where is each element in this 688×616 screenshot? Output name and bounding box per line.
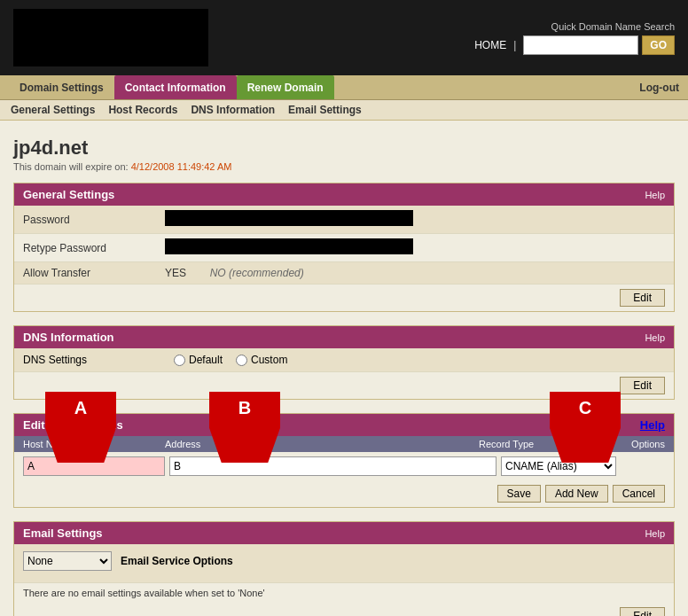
- search-row: HOME | GO: [474, 35, 675, 55]
- email-settings-section: Email Settings Help None Email Service O…: [13, 521, 675, 616]
- edit-host-header: Edit Host Records Help: [14, 414, 674, 436]
- general-settings-edit-button[interactable]: Edit: [620, 289, 665, 307]
- domain-title: jp4d.net: [13, 136, 675, 160]
- dns-section: DNS Information Help DNS Settings Defaul…: [13, 325, 675, 400]
- dns-header: DNS Information Help: [14, 326, 674, 348]
- email-settings-title: Email Settings: [23, 526, 103, 540]
- table-row: Allow Transfer YES NO (recommended): [14, 262, 674, 285]
- password-value: [156, 206, 674, 234]
- quick-search-label: Quick Domain Name Search: [474, 21, 675, 32]
- subnav-host-records[interactable]: Host Records: [108, 104, 177, 116]
- dns-settings-row: DNS Settings Default Custom: [14, 348, 674, 372]
- edit-host-title: Edit Host Records: [23, 418, 123, 432]
- edit-host-help[interactable]: Help: [640, 418, 665, 432]
- sub-nav: General Settings Host Records DNS Inform…: [0, 100, 688, 121]
- cancel-button[interactable]: Cancel: [613, 485, 665, 503]
- dns-radio-group: Default Custom: [174, 354, 287, 366]
- general-settings-title: General Settings: [23, 188, 114, 201]
- header: Quick Domain Name Search HOME | GO: [0, 0, 688, 75]
- retype-password-hidden: [165, 238, 413, 254]
- email-settings-help[interactable]: Help: [645, 528, 665, 539]
- tab-contact-information[interactable]: Contact Information: [114, 75, 237, 99]
- expire-date-link[interactable]: 4/12/2008 11:49:42 AM: [131, 161, 232, 172]
- email-service-row: None Email Service Options: [23, 551, 665, 571]
- dns-default-option[interactable]: Default: [174, 354, 223, 366]
- password-label: Password: [14, 206, 156, 234]
- nav-tabs: Domain Settings Contact Information Rene…: [0, 75, 688, 100]
- allow-transfer-value: YES NO (recommended): [156, 262, 674, 285]
- email-edit-button[interactable]: Edit: [620, 607, 665, 616]
- edit-host-section: Edit Host Records Help Host Name Address…: [13, 413, 675, 508]
- general-settings-header: General Settings Help: [14, 183, 674, 206]
- subnav-dns-information[interactable]: DNS Information: [191, 104, 275, 116]
- host-actions-row: Save Add New Cancel: [14, 480, 674, 507]
- retype-password-label: Retype Password: [14, 234, 156, 262]
- dns-body: DNS Settings Default Custom Edit: [14, 348, 674, 399]
- home-link[interactable]: HOME: [474, 39, 506, 51]
- record-type-column-header: Record Type: [479, 439, 612, 449]
- no-option: NO (recommended): [210, 267, 304, 279]
- dns-title: DNS Information: [23, 331, 114, 344]
- email-service-select[interactable]: None: [23, 551, 112, 571]
- dns-edit-button[interactable]: Edit: [620, 377, 665, 394]
- dns-settings-label: DNS Settings: [23, 354, 165, 366]
- general-settings-edit-row: Edit: [14, 285, 674, 311]
- table-row: Retype Password: [14, 234, 674, 262]
- header-right: Quick Domain Name Search HOME | GO: [474, 21, 675, 55]
- page-content: jp4d.net This domain will expire on: 4/1…: [0, 121, 688, 616]
- dns-custom-option[interactable]: Custom: [236, 354, 287, 366]
- options-column-header: Options: [612, 439, 665, 449]
- password-hidden: [165, 210, 413, 226]
- email-note: There are no email settings available wh…: [14, 582, 674, 603]
- expire-text: This domain will expire on: 4/12/2008 11…: [13, 161, 675, 172]
- tab-renew-domain[interactable]: Renew Domain: [237, 75, 334, 99]
- logout-link[interactable]: Log-out: [639, 82, 679, 94]
- host-name-column-header: Host Name: [23, 439, 165, 449]
- host-column-headers: Host Name Address Record Type Options: [14, 436, 674, 452]
- pipe-separator: |: [513, 39, 516, 51]
- subnav-general-settings[interactable]: General Settings: [11, 104, 95, 116]
- email-service-label: Email Service Options: [121, 555, 233, 567]
- general-settings-table: Password Retype Password Allow Transfer: [14, 206, 674, 285]
- allow-transfer-label: Allow Transfer: [14, 262, 156, 285]
- host-record-row: A B C: [14, 452, 674, 480]
- subnav-email-settings[interactable]: Email Settings: [288, 104, 362, 116]
- general-settings-help[interactable]: Help: [645, 190, 665, 200]
- domain-search-input[interactable]: [523, 35, 638, 55]
- host-name-input[interactable]: A: [23, 456, 165, 476]
- retype-password-value: [156, 234, 674, 262]
- dns-custom-radio[interactable]: [236, 355, 247, 366]
- yes-option: YES: [165, 267, 186, 279]
- dns-help[interactable]: Help: [645, 332, 665, 343]
- dns-default-radio[interactable]: [174, 355, 185, 366]
- tab-domain-settings[interactable]: Domain Settings: [9, 75, 114, 99]
- email-edit-row: Edit: [14, 603, 674, 616]
- table-row: Password: [14, 206, 674, 234]
- email-settings-body: None Email Service Options: [14, 544, 674, 582]
- dns-edit-row: Edit: [14, 372, 674, 399]
- host-address-input[interactable]: B: [169, 456, 496, 476]
- email-settings-header: Email Settings Help: [14, 522, 674, 544]
- address-column-header: Address: [165, 439, 479, 449]
- go-button[interactable]: GO: [642, 35, 675, 55]
- general-settings-section: General Settings Help Password Retype Pa…: [13, 183, 675, 312]
- save-button[interactable]: Save: [497, 485, 541, 503]
- add-new-button[interactable]: Add New: [545, 485, 608, 503]
- general-settings-body: Password Retype Password Allow Transfer: [14, 206, 674, 311]
- record-type-select[interactable]: CNAME (Alias) A (Address) MX (Mail) TXT: [501, 456, 616, 476]
- logo: [13, 9, 208, 66]
